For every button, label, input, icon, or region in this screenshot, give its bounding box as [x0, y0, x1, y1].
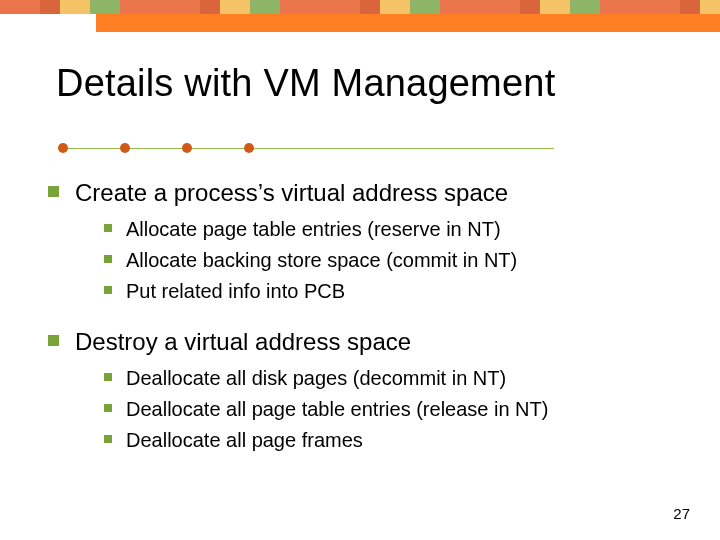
list-item-text: Allocate backing store space (commit in … — [126, 247, 517, 274]
list-item-text: Create a process’s virtual address space — [75, 178, 508, 208]
list-item-text: Allocate page table entries (reserve in … — [126, 216, 501, 243]
list-item-text: Deallocate all disk pages (decommit in N… — [126, 365, 506, 392]
square-bullet-icon — [48, 186, 59, 197]
title-divider — [34, 140, 554, 160]
list-item-text: Deallocate all page table entries (relea… — [126, 396, 548, 423]
square-bullet-icon — [104, 404, 112, 412]
sub-list: Deallocate all disk pages (decommit in N… — [104, 365, 680, 454]
list-item-text: Deallocate all page frames — [126, 427, 363, 454]
square-bullet-icon — [104, 255, 112, 263]
decorative-orange-bar — [96, 14, 720, 32]
square-bullet-icon — [104, 286, 112, 294]
list-item-text: Put related info into PCB — [126, 278, 345, 305]
square-bullet-icon — [104, 373, 112, 381]
list-item: Deallocate all page frames — [104, 427, 680, 454]
list-item: Destroy a virtual address space — [48, 327, 680, 357]
slide-body: Create a process’s virtual address space… — [48, 178, 680, 476]
square-bullet-icon — [104, 224, 112, 232]
list-item: Put related info into PCB — [104, 278, 680, 305]
square-bullet-icon — [104, 435, 112, 443]
list-item: Create a process’s virtual address space — [48, 178, 680, 208]
list-item: Allocate backing store space (commit in … — [104, 247, 680, 274]
sub-list: Allocate page table entries (reserve in … — [104, 216, 680, 305]
slide-title: Details with VM Management — [56, 62, 680, 105]
square-bullet-icon — [48, 335, 59, 346]
page-number: 27 — [673, 505, 690, 522]
list-item: Deallocate all page table entries (relea… — [104, 396, 680, 423]
list-item-text: Destroy a virtual address space — [75, 327, 411, 357]
list-item: Allocate page table entries (reserve in … — [104, 216, 680, 243]
list-item: Deallocate all disk pages (decommit in N… — [104, 365, 680, 392]
decorative-top-banner — [0, 0, 720, 14]
